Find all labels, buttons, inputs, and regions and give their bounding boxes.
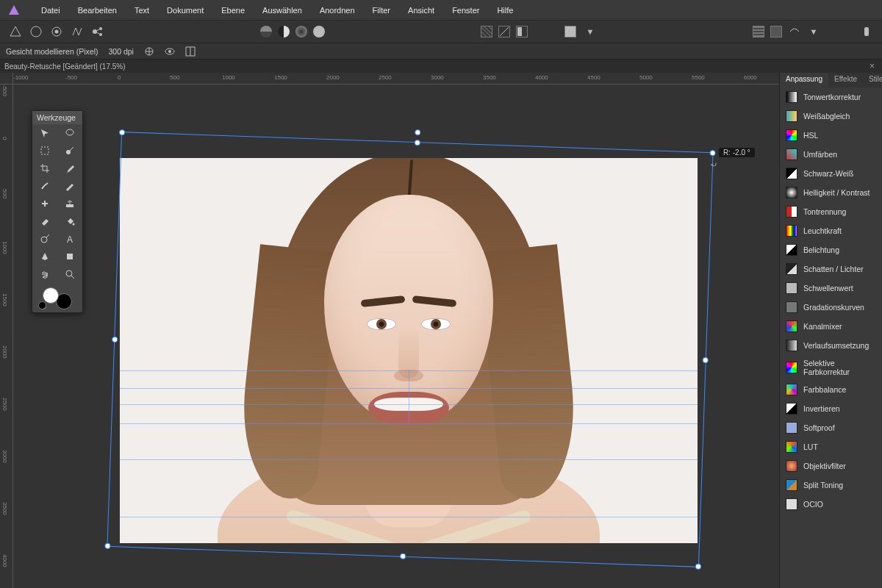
fill-tool-icon[interactable]: [57, 212, 82, 230]
hand-tool-icon[interactable]: [32, 265, 57, 283]
blend-mode-4-icon[interactable]: [313, 26, 325, 37]
menu-datei[interactable]: Datei: [32, 0, 69, 20]
menu-hilfe[interactable]: Hilfe: [488, 0, 522, 20]
dropdown-icon[interactable]: ▼: [584, 25, 597, 38]
align-icon[interactable]: [770, 26, 782, 37]
tab-anpassung[interactable]: Anpassung: [780, 73, 828, 87]
handle-tc[interactable]: [415, 140, 420, 146]
adjustment-item[interactable]: Schwarz-Weiß: [780, 164, 882, 183]
adjustment-item[interactable]: Farbbalance: [780, 380, 882, 399]
persona-tone-icon[interactable]: [71, 25, 84, 38]
handle-bc[interactable]: [400, 553, 406, 559]
crop-bg-icon[interactable]: [564, 26, 576, 37]
ctx-preview-icon[interactable]: [165, 46, 175, 57]
adjustment-item[interactable]: Kanalmixer: [780, 317, 882, 336]
ctx-split-icon[interactable]: [185, 46, 196, 57]
adjustment-item[interactable]: Invertieren: [780, 399, 882, 418]
handle-br[interactable]: [695, 564, 701, 570]
adjustment-item[interactable]: Leuchtkraft: [780, 221, 882, 240]
snap-icon[interactable]: [788, 25, 801, 38]
canvas-image[interactable]: [120, 158, 698, 543]
swatch-reset-icon[interactable]: [40, 303, 46, 309]
adjustment-item[interactable]: Belichtung: [780, 240, 882, 259]
menu-auswaehlen[interactable]: Auswählen: [254, 0, 311, 20]
menu-dokument[interactable]: Dokument: [158, 0, 212, 20]
tools-panel[interactable]: Werkzeuge A: [32, 110, 83, 313]
lasso-tool-icon[interactable]: [57, 124, 82, 142]
adjustment-item[interactable]: Selektive Farbkorrektur: [780, 355, 882, 380]
grid-icon[interactable]: [753, 26, 764, 37]
persona-photo-icon[interactable]: [9, 25, 22, 38]
blend-mode-3-icon[interactable]: [295, 26, 307, 37]
adjustment-item[interactable]: Verlaufsumsetzung: [780, 336, 882, 355]
dodge-tool-icon[interactable]: [32, 230, 57, 248]
adjustment-item[interactable]: Objektivfilter: [780, 456, 882, 476]
menu-text[interactable]: Text: [126, 0, 158, 20]
ruler-vertical[interactable]: -50005001000150020002500300035004000: [0, 85, 13, 588]
handle-mr[interactable]: [703, 356, 709, 362]
persona-export-icon[interactable]: [91, 25, 104, 38]
blend-mode-2-icon[interactable]: [278, 26, 290, 37]
adjustment-item[interactable]: Helligkeit / Kontrast: [780, 183, 882, 202]
mesh-line: [120, 459, 698, 460]
document-tab[interactable]: Beauty-Retusche [Geändert] (17.5%): [4, 62, 126, 71]
adjustment-item[interactable]: Tontrennung: [780, 202, 882, 221]
shape-tool-icon[interactable]: [57, 248, 82, 265]
handle-rotate[interactable]: [415, 129, 420, 135]
adjustments-list[interactable]: TonwertkorrekturWeißabgleichHSLUmfärbenS…: [780, 87, 882, 588]
tab-stile[interactable]: Stile: [863, 73, 882, 87]
pen-tool-icon[interactable]: [32, 248, 57, 265]
handle-ml[interactable]: [112, 336, 118, 342]
brush-tool-icon[interactable]: [32, 177, 57, 195]
tab-effekte[interactable]: Effekte: [828, 73, 863, 87]
adjustment-item[interactable]: Gradationskurven: [780, 298, 882, 317]
handle-tr[interactable]: [709, 150, 715, 156]
adjustment-item[interactable]: LUT: [780, 437, 882, 456]
adjustment-item[interactable]: Split Toning: [780, 476, 882, 495]
adjustment-item[interactable]: Schatten / Lichter: [780, 259, 882, 279]
selection-invert-icon[interactable]: [516, 26, 528, 37]
selection-brush-icon[interactable]: [57, 142, 82, 159]
heal-tool-icon[interactable]: [32, 195, 57, 212]
menu-fenster[interactable]: Fenster: [443, 0, 488, 20]
dropdown-icon[interactable]: ▼: [807, 25, 820, 38]
eyedropper-tool-icon[interactable]: [57, 159, 82, 177]
menu-filter[interactable]: Filter: [364, 0, 399, 20]
handle-bl[interactable]: [104, 543, 110, 549]
ruler-horizontal[interactable]: -1000-5000500100015002000250030003500400…: [13, 73, 779, 85]
menu-anordnen[interactable]: Anordnen: [311, 0, 364, 20]
assistant-icon[interactable]: [860, 25, 873, 38]
move-tool-icon[interactable]: [32, 124, 57, 142]
pencil-tool-icon[interactable]: [57, 177, 82, 195]
adjustment-item[interactable]: OCIO: [780, 495, 882, 514]
menu-ebene[interactable]: Ebene: [212, 0, 254, 20]
blend-mode-1-icon[interactable]: [260, 26, 272, 37]
persona-develop-icon[interactable]: [50, 25, 63, 38]
workspace[interactable]: R: -2.0 ° ⤾ Werkzeuge: [13, 85, 779, 588]
text-tool-icon[interactable]: A: [57, 230, 82, 248]
menu-ansicht[interactable]: Ansicht: [399, 0, 443, 20]
handle-tl[interactable]: [119, 129, 125, 135]
adjustment-icon: [786, 263, 797, 275]
menu-bearbeiten[interactable]: Bearbeiten: [69, 0, 126, 20]
adjustment-item[interactable]: Schwellenwert: [780, 279, 882, 298]
adjustment-item[interactable]: Tonwertkorrektur: [780, 87, 882, 107]
adjustment-item[interactable]: HSL: [780, 126, 882, 145]
erase-tool-icon[interactable]: [32, 212, 57, 230]
crop-tool-icon[interactable]: [32, 159, 57, 177]
canvas-area[interactable]: -1000-5000500100015002000250030003500400…: [0, 73, 779, 588]
ruler-origin[interactable]: [0, 73, 13, 85]
quickmask-icon[interactable]: [481, 26, 492, 37]
document-close-icon[interactable]: ×: [867, 61, 878, 71]
ctx-reset-icon[interactable]: [144, 46, 154, 57]
clone-tool-icon[interactable]: [57, 195, 82, 212]
persona-liquify-icon[interactable]: [29, 25, 43, 38]
adjustment-item[interactable]: Weißabgleich: [780, 107, 882, 126]
adjustment-item[interactable]: Softproof: [780, 418, 882, 437]
color-swatches[interactable]: [32, 283, 82, 312]
selection-none-icon[interactable]: [498, 26, 510, 37]
marquee-tool-icon[interactable]: [32, 142, 57, 159]
adjustment-item[interactable]: Umfärben: [780, 145, 882, 164]
swatch-foreground[interactable]: [43, 287, 59, 304]
zoom-tool-icon[interactable]: [57, 265, 82, 283]
